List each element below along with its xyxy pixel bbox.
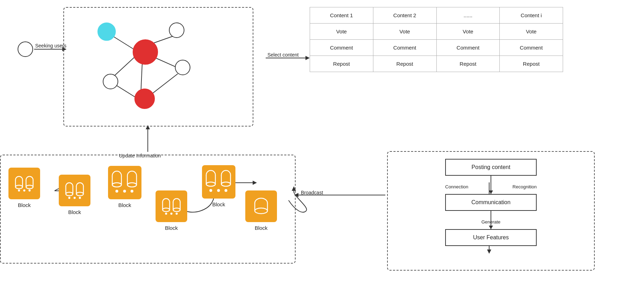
white-node-bl <box>103 74 118 89</box>
select-content-label: Select content <box>267 52 299 58</box>
svg-point-95 <box>217 189 220 192</box>
repost-2: Repost <box>373 56 436 72</box>
white-node-r <box>175 60 190 75</box>
svg-point-94 <box>209 189 212 192</box>
white-node-tr <box>169 22 184 38</box>
comment-4: Comment <box>500 40 563 56</box>
svg-point-39 <box>23 189 25 192</box>
broadcast-label: Broadcast <box>301 190 323 195</box>
block-4-label: Block <box>165 225 178 231</box>
communication-label: Communication <box>471 199 510 206</box>
seeker-node <box>18 41 33 57</box>
svg-point-67 <box>123 190 126 193</box>
repost-3: Repost <box>436 56 500 72</box>
svg-point-54 <box>79 197 81 199</box>
user-features-box: User Features <box>445 229 537 246</box>
communication-box: Communication <box>445 194 537 211</box>
flow-arrow-2 <box>489 226 493 229</box>
repost-1: Repost <box>310 56 373 72</box>
flow-diagram-area: Posting content Connection Recognition C… <box>387 151 595 271</box>
block-1-label: Block <box>18 202 31 208</box>
svg-point-68 <box>131 190 133 193</box>
vote-2: Vote <box>373 24 436 40</box>
svg-point-82 <box>176 213 178 215</box>
network-box <box>63 7 253 127</box>
block-5: Block <box>202 165 235 207</box>
block-3-label: Block <box>118 202 131 208</box>
svg-marker-3 <box>305 56 310 60</box>
vote-4: Vote <box>500 24 563 40</box>
block-3-icon <box>108 166 141 199</box>
table-row: Repost Repost Repost Repost <box>310 56 563 72</box>
block-4-icon <box>156 190 187 222</box>
recognition-label: Recognition <box>512 181 537 189</box>
blockchain-area: Block <box>0 155 296 264</box>
svg-point-66 <box>115 190 118 193</box>
vote-3: Vote <box>436 24 500 40</box>
comment-3: Comment <box>436 40 500 56</box>
posting-content-box: Posting content <box>445 159 537 176</box>
svg-point-38 <box>18 189 20 192</box>
col-header-dots: ...... <box>436 7 500 24</box>
block-3: Block <box>108 166 141 208</box>
table-row: Vote Vote Vote Vote <box>310 24 563 40</box>
block-6: Block <box>245 190 277 231</box>
cyan-node <box>97 22 116 41</box>
flow-arrow-1 <box>489 190 493 194</box>
block-6-icon <box>245 190 277 222</box>
col-header-i: Content i <box>500 7 563 24</box>
seeking-users-label: Seeking users <box>35 43 67 48</box>
content-table: Content 1 Content 2 ...... Content i Vot… <box>310 7 563 72</box>
red-central-node <box>133 39 158 65</box>
block-6-label: Block <box>255 225 268 231</box>
col-header-2: Content 2 <box>373 7 436 24</box>
block-1: Block <box>8 168 40 208</box>
svg-point-53 <box>74 197 76 199</box>
block-5-label: Block <box>212 201 225 207</box>
block-2-icon <box>59 175 90 206</box>
main-diagram: Seeking users Select content Content 1 C… <box>0 0 644 285</box>
red-bottom-node <box>134 89 155 109</box>
block-5-icon <box>202 165 235 199</box>
block-4: Block <box>156 190 187 231</box>
comment-2: Comment <box>373 40 436 56</box>
block-1-icon <box>8 168 40 199</box>
svg-point-80 <box>165 213 167 215</box>
comment-1: Comment <box>310 40 373 56</box>
posting-content-label: Posting content <box>472 164 510 170</box>
content-table-wrap: Content 1 Content 2 ...... Content i Vot… <box>310 7 563 72</box>
block-2-label: Block <box>68 209 81 215</box>
table-row: Comment Comment Comment Comment <box>310 40 563 56</box>
svg-point-81 <box>170 213 172 215</box>
col-header-1: Content 1 <box>310 7 373 24</box>
svg-rect-99 <box>255 203 267 211</box>
vote-1: Vote <box>310 24 373 40</box>
svg-point-96 <box>225 189 227 192</box>
svg-point-40 <box>29 189 31 192</box>
repost-4: Repost <box>500 56 563 72</box>
block-2: Block <box>59 175 90 215</box>
connection-label: Connection <box>445 181 468 189</box>
svg-point-52 <box>68 197 70 199</box>
